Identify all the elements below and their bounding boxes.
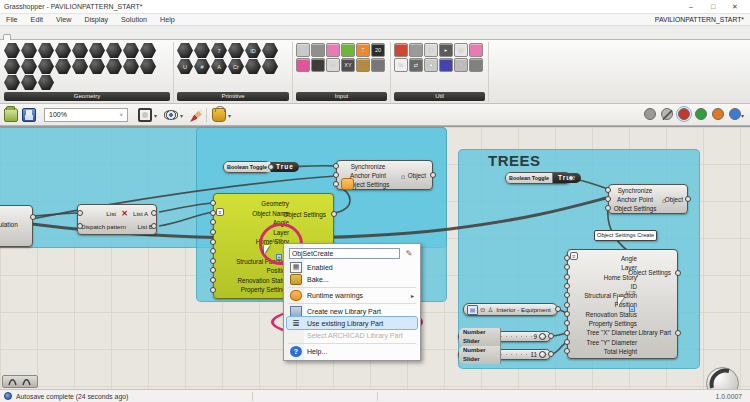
number-slider-node[interactable]: Number Slider 9 (458, 331, 551, 342)
ribbon-tab[interactable] (345, 35, 351, 39)
param-icon[interactable] (194, 43, 210, 58)
context-menu-item[interactable]: Runtime warnings ▸ (287, 287, 417, 301)
preview-sphere-icon[interactable] (695, 108, 707, 120)
library-part-icon[interactable] (467, 305, 478, 315)
zoom-select[interactable]: 100%˅ (44, 108, 128, 122)
chevron-down-icon[interactable]: ▾ (741, 112, 744, 119)
menu-item[interactable]: Edit (31, 15, 43, 24)
context-menu-item[interactable]: Enabled (287, 261, 417, 273)
ribbon-tab[interactable] (277, 35, 283, 39)
output-nub[interactable] (331, 211, 337, 217)
ribbon-tab[interactable] (362, 35, 368, 39)
canvas[interactable]: TREES Population List List A (0, 126, 750, 389)
input-nub[interactable] (210, 287, 216, 293)
preview-sphere-icon[interactable] (644, 108, 656, 120)
param-icon[interactable] (89, 43, 105, 58)
toolbar-group-label[interactable]: Util (394, 92, 485, 101)
nickname-field[interactable]: ObjSetCreate (289, 248, 400, 259)
input-nub[interactable] (333, 172, 339, 178)
number-slider-node[interactable]: Number Slider 11 (458, 349, 551, 360)
param-icon[interactable]: ID (245, 43, 261, 58)
ribbon-tab[interactable] (22, 35, 28, 39)
param-icon[interactable] (409, 43, 423, 57)
menu-item[interactable]: Display (84, 15, 108, 24)
output-nub[interactable] (548, 351, 554, 357)
param-icon[interactable]: Cr (228, 59, 244, 74)
input-nub[interactable] (564, 311, 570, 317)
context-menu-item[interactable]: Bake... (287, 273, 417, 285)
param-icon[interactable]: ✕ (424, 43, 438, 57)
input-nub[interactable] (564, 330, 570, 336)
param-icon[interactable] (106, 59, 122, 74)
param-icon[interactable] (140, 43, 156, 58)
slider-track[interactable]: 11 (501, 351, 550, 358)
output-nub[interactable] (548, 333, 554, 339)
param-icon[interactable] (311, 58, 325, 72)
param-icon[interactable] (177, 43, 193, 58)
param-icon[interactable] (228, 43, 244, 58)
param-icon[interactable] (21, 59, 37, 74)
param-icon[interactable] (55, 43, 71, 58)
input-nub[interactable] (210, 239, 216, 245)
param-icon[interactable] (326, 43, 340, 57)
ribbon-tab[interactable] (90, 35, 96, 39)
param-icon[interactable] (311, 43, 325, 57)
param-icon[interactable]: # (194, 59, 210, 74)
input-nub[interactable] (564, 274, 570, 280)
input-nub[interactable] (605, 205, 611, 211)
ribbon-tab[interactable] (311, 35, 317, 39)
param-icon[interactable] (245, 59, 261, 74)
param-icon[interactable] (371, 58, 385, 72)
context-menu-item[interactable]: Use existing Library Part (287, 317, 417, 329)
output-nub[interactable] (268, 164, 274, 170)
input-nub[interactable] (605, 187, 611, 193)
param-icon[interactable]: XY (341, 58, 355, 72)
input-nub[interactable] (333, 163, 339, 169)
param-icon[interactable] (296, 58, 310, 72)
input-nub[interactable] (564, 302, 570, 308)
toolbar-group-label[interactable]: Geometry (4, 92, 170, 101)
output-nub[interactable] (151, 223, 157, 229)
param-icon[interactable] (4, 59, 20, 74)
param-icon[interactable] (4, 75, 20, 90)
param-icon[interactable] (341, 43, 355, 57)
input-nub[interactable] (210, 258, 216, 264)
synchronize-node[interactable]: Synchronize Anchor Point ⌂ Object Object… (608, 184, 688, 214)
output-nub[interactable] (675, 270, 681, 276)
menu-item[interactable]: View (56, 15, 71, 24)
preview-sphere-icon[interactable] (712, 108, 724, 120)
param-icon[interactable] (123, 43, 139, 58)
warning-balloon-icon[interactable] (341, 178, 354, 190)
param-icon[interactable]: T (356, 43, 370, 57)
boolean-toggle-node[interactable]: Boolean Toggle True (505, 172, 571, 184)
maximize-button[interactable]: □ (702, 0, 724, 14)
param-icon[interactable] (439, 58, 453, 72)
ribbon-tab[interactable] (175, 35, 181, 39)
output-nub[interactable] (30, 214, 36, 220)
context-menu-item[interactable]: Select ARCHICAD Library Part (287, 329, 417, 341)
chevron-down-icon[interactable]: ▾ (180, 112, 183, 119)
zoom-extents-icon[interactable] (138, 108, 152, 122)
param-icon[interactable]: U (177, 59, 193, 74)
menu-item[interactable]: File (6, 15, 18, 24)
param-icon[interactable]: ⇄ (409, 58, 423, 72)
param-icon[interactable] (55, 59, 71, 74)
output-nub[interactable] (555, 306, 561, 312)
slider-track[interactable]: 9 (501, 333, 550, 340)
param-icon[interactable] (140, 59, 156, 74)
param-icon[interactable] (72, 59, 88, 74)
ribbon-tab[interactable] (209, 35, 215, 39)
ribbon-tab[interactable] (192, 35, 198, 39)
menu-item[interactable]: Help (160, 15, 175, 24)
toolbar-group-label[interactable]: Input (296, 92, 387, 101)
paint-bucket-icon[interactable] (212, 108, 226, 122)
input-nub[interactable] (605, 196, 611, 202)
ribbon-tab[interactable] (158, 35, 164, 39)
ribbon-tab[interactable] (141, 35, 147, 39)
input-nub[interactable] (77, 210, 83, 216)
param-icon[interactable]: ✓ (326, 58, 340, 72)
param-icon[interactable] (4, 43, 20, 58)
eye-icon[interactable] (480, 306, 485, 314)
close-button[interactable]: ✕ (724, 0, 746, 14)
param-icon[interactable]: 20 (371, 43, 385, 57)
